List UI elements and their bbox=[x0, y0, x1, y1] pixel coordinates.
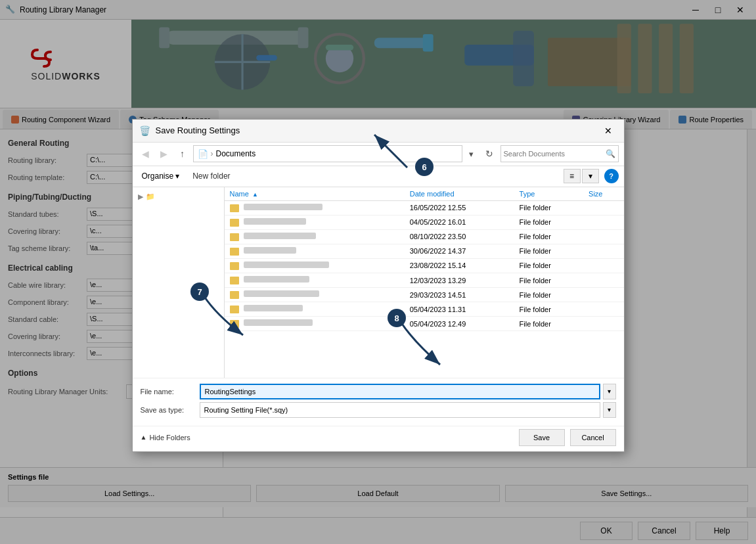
dialog-title: Save Routing Settings bbox=[156, 125, 594, 135]
expand-icon: ▶ bbox=[138, 193, 143, 201]
dialog-icon: 🗑️ bbox=[139, 125, 150, 136]
file-type-cell: File folder bbox=[514, 215, 584, 229]
table-row[interactable]: 05/04/2023 11.31 File folder bbox=[225, 302, 624, 317]
col-size[interactable]: Size bbox=[583, 187, 623, 201]
file-date-cell: 04/05/2022 16.01 bbox=[405, 215, 514, 229]
table-row[interactable]: 08/10/2022 23.50 File folder bbox=[225, 229, 624, 244]
col-date[interactable]: Date modified bbox=[405, 187, 514, 201]
help-icon-button[interactable]: ? bbox=[604, 169, 619, 183]
navigation-bar: ◀ ▶ ↑ 📄 › Documents ▾ ↻ 🔍 bbox=[133, 143, 624, 166]
file-date-cell: 16/05/2022 12.55 bbox=[405, 200, 514, 215]
file-type-cell: File folder bbox=[514, 200, 584, 215]
file-size-cell bbox=[583, 273, 623, 287]
refresh-button[interactable]: ↻ bbox=[481, 145, 498, 162]
file-list-area: ▶ 📁 Name ▲ Date modified Type bbox=[133, 187, 624, 378]
organise-button[interactable]: Organise ▾ bbox=[138, 170, 184, 182]
file-name-cell bbox=[225, 200, 405, 215]
table-row[interactable]: 12/03/2023 13.29 File folder bbox=[225, 273, 624, 287]
file-name-cell bbox=[225, 273, 405, 287]
dialog-footer: ▲ Hide Folders Save Cancel bbox=[133, 426, 624, 451]
savetype-row: Save as type: ▾ bbox=[141, 402, 616, 418]
savetype-label: Save as type: bbox=[141, 406, 200, 414]
folder-panel-item[interactable]: ▶ 📁 bbox=[133, 190, 224, 204]
file-table: Name ▲ Date modified Type Size 16/05/202… bbox=[225, 187, 624, 332]
file-date-cell: 12/03/2023 13.29 bbox=[405, 273, 514, 287]
file-size-cell bbox=[583, 229, 623, 244]
file-date-cell: 30/06/2022 14.37 bbox=[405, 244, 514, 258]
dialog-cancel-button[interactable]: Cancel bbox=[570, 429, 616, 446]
file-toolbar: Organise ▾ New folder ≡ ▾ ? bbox=[133, 166, 624, 187]
filename-input-wrap: ▾ bbox=[200, 384, 616, 399]
view-list-button[interactable]: ≡ bbox=[564, 169, 581, 183]
hide-folders-button[interactable]: ▲ Hide Folders bbox=[141, 434, 190, 442]
filename-input[interactable] bbox=[200, 384, 600, 399]
table-header-row: Name ▲ Date modified Type Size bbox=[225, 187, 624, 201]
up-button[interactable]: ↑ bbox=[175, 146, 190, 162]
col-name[interactable]: Name ▲ bbox=[225, 187, 405, 201]
dialog-save-button[interactable]: Save bbox=[519, 429, 565, 446]
search-icon: 🔍 bbox=[606, 149, 615, 158]
search-box: 🔍 bbox=[500, 145, 619, 162]
file-type-cell: File folder bbox=[514, 229, 584, 244]
file-date-cell: 08/10/2022 23.50 bbox=[405, 229, 514, 244]
filename-row: File name: ▾ bbox=[141, 384, 616, 399]
dialog-titlebar: 🗑️ Save Routing Settings ✕ bbox=[133, 120, 624, 143]
breadcrumb-separator: › bbox=[211, 149, 213, 158]
folder-icon: 📁 bbox=[146, 193, 155, 201]
file-type-cell: File folder bbox=[514, 244, 584, 258]
breadcrumb[interactable]: 📄 › Documents bbox=[193, 145, 462, 162]
file-name-cell bbox=[225, 229, 405, 244]
breadcrumb-icon: 📄 bbox=[198, 149, 208, 159]
file-date-cell: 29/03/2023 14.51 bbox=[405, 288, 514, 302]
table-row[interactable]: 29/03/2023 14.51 File folder bbox=[225, 288, 624, 302]
savetype-input bbox=[200, 402, 600, 418]
file-type-cell: File folder bbox=[514, 288, 584, 302]
table-row[interactable]: 23/08/2022 15.14 File folder bbox=[225, 258, 624, 273]
view-buttons: ≡ ▾ bbox=[564, 169, 599, 183]
file-type-cell: File folder bbox=[514, 302, 584, 317]
file-size-cell bbox=[583, 215, 623, 229]
back-button[interactable]: ◀ bbox=[138, 146, 154, 162]
dialog-form: File name: ▾ Save as type: ▾ bbox=[133, 378, 624, 426]
table-row[interactable]: 16/05/2022 12.55 File folder bbox=[225, 200, 624, 215]
file-date-cell: 23/08/2022 15.14 bbox=[405, 258, 514, 273]
location-dropdown-button[interactable]: ▾ bbox=[465, 145, 478, 162]
file-name-cell bbox=[225, 244, 405, 258]
file-name-cell bbox=[225, 288, 405, 302]
organise-label: Organise bbox=[142, 171, 174, 181]
file-name-cell bbox=[225, 258, 405, 273]
hide-folders-label: Hide Folders bbox=[149, 434, 190, 442]
modal-overlay: 🗑️ Save Routing Settings ✕ ◀ ▶ ↑ 📄 › Doc… bbox=[0, 0, 756, 544]
dialog-action-buttons: Save Cancel bbox=[519, 429, 616, 446]
forward-button[interactable]: ▶ bbox=[156, 146, 172, 162]
file-name-cell bbox=[225, 317, 405, 331]
col-type[interactable]: Type bbox=[514, 187, 584, 201]
file-size-cell bbox=[583, 302, 623, 317]
file-name-cell bbox=[225, 215, 405, 229]
file-name-cell bbox=[225, 302, 405, 317]
file-size-cell bbox=[583, 288, 623, 302]
search-input[interactable] bbox=[504, 150, 603, 158]
file-type-cell: File folder bbox=[514, 317, 584, 331]
file-table-body: 16/05/2022 12.55 File folder 04/05/2022 … bbox=[225, 200, 624, 331]
folder-panel: ▶ 📁 bbox=[133, 187, 225, 378]
file-size-cell bbox=[583, 317, 623, 331]
file-size-cell bbox=[583, 244, 623, 258]
file-date-cell: 05/04/2023 11.31 bbox=[405, 302, 514, 317]
hide-folders-expand-icon: ▲ bbox=[141, 434, 147, 441]
savetype-dropdown-button[interactable]: ▾ bbox=[603, 402, 616, 418]
filename-dropdown-button[interactable]: ▾ bbox=[603, 384, 616, 399]
file-type-cell: File folder bbox=[514, 258, 584, 273]
dialog-close-button[interactable]: ✕ bbox=[599, 124, 617, 138]
savetype-input-wrap: ▾ bbox=[200, 402, 616, 418]
table-row[interactable]: 30/06/2022 14.37 File folder bbox=[225, 244, 624, 258]
view-more-button[interactable]: ▾ bbox=[582, 169, 599, 183]
file-table-area[interactable]: Name ▲ Date modified Type Size 16/05/202… bbox=[225, 187, 624, 378]
organise-chevron-icon: ▾ bbox=[175, 171, 179, 181]
new-folder-button[interactable]: New folder bbox=[189, 170, 234, 182]
table-row[interactable]: 05/04/2023 12.49 File folder bbox=[225, 317, 624, 331]
file-type-cell: File folder bbox=[514, 273, 584, 287]
file-date-cell: 05/04/2023 12.49 bbox=[405, 317, 514, 331]
filename-label: File name: bbox=[141, 388, 200, 396]
table-row[interactable]: 04/05/2022 16.01 File folder bbox=[225, 215, 624, 229]
